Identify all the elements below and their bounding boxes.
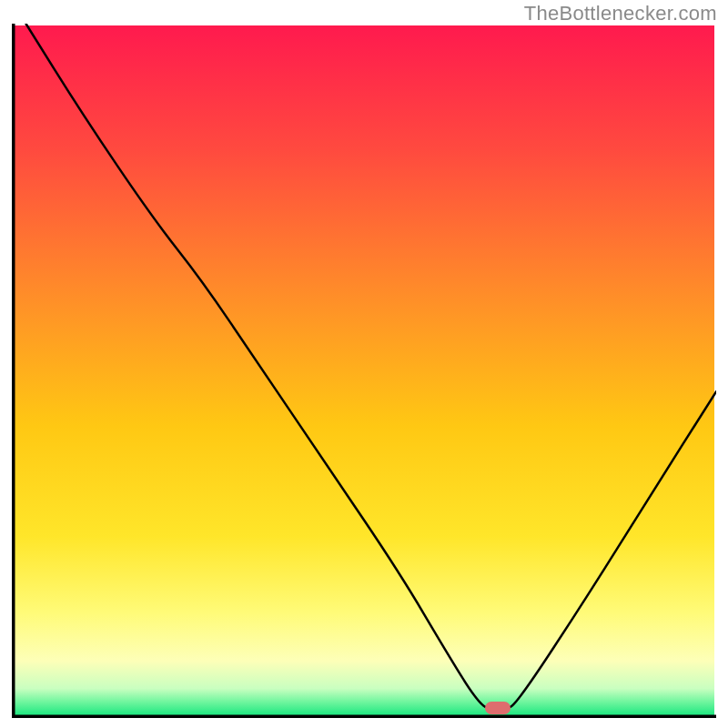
chart-container: TheBottlenecker.com <box>0 0 728 728</box>
background-gradient <box>14 25 714 716</box>
attribution-text: TheBottlenecker.com <box>524 2 717 25</box>
svg-rect-0 <box>14 25 714 716</box>
plot-area <box>12 24 716 718</box>
marker-pill <box>485 702 511 714</box>
